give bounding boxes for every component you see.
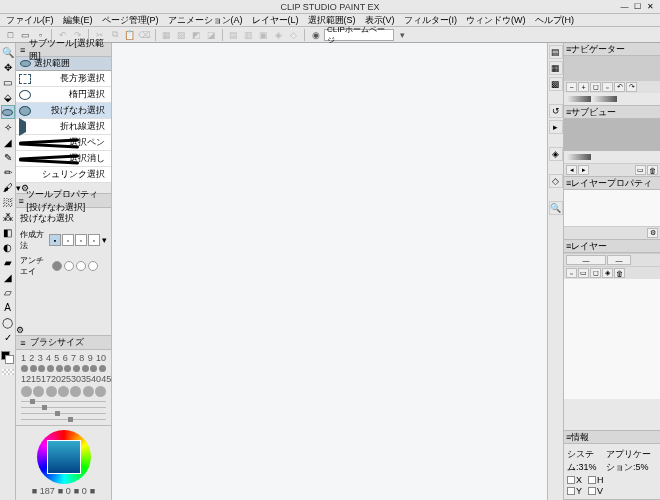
brush-preset[interactable] [82, 365, 89, 372]
subtool-item-lasso[interactable]: 投げなわ選択 [16, 103, 111, 119]
menu-window[interactable]: ウィンドウ(W) [462, 14, 530, 27]
correct-icon[interactable]: ✓ [1, 330, 15, 344]
minimize-icon[interactable]: — [619, 2, 630, 12]
mode-sub-icon[interactable]: ▫ [75, 234, 87, 246]
tp-wrench-icon[interactable]: ⚙ [16, 325, 24, 335]
item-bank-icon[interactable]: ◇ [549, 174, 563, 188]
layer-move-icon[interactable]: ⬙ [1, 90, 15, 104]
pen-icon[interactable]: ✎ [1, 150, 15, 164]
brush-preset[interactable] [64, 365, 71, 372]
gradient-icon[interactable]: ◢ [1, 270, 15, 284]
history-icon[interactable]: ↺ [549, 104, 563, 118]
brush-preset[interactable] [99, 365, 106, 372]
slider[interactable] [21, 405, 106, 410]
layer-fx-icon[interactable]: ◈ [602, 268, 613, 278]
brush-preset[interactable] [58, 386, 69, 397]
rot-slider[interactable] [593, 96, 617, 102]
delete-icon[interactable]: ⌫ [138, 28, 151, 41]
zoom-icon[interactable]: 🔍 [1, 45, 15, 59]
brush-preset[interactable] [47, 365, 54, 372]
nav-zoom-in-icon[interactable]: + [578, 82, 589, 92]
info-h-check[interactable] [588, 476, 596, 484]
balloon-icon[interactable]: ◯ [1, 315, 15, 329]
zoom-slider[interactable] [567, 96, 591, 102]
brush-preset[interactable] [33, 386, 44, 397]
navigator-view[interactable] [564, 56, 660, 80]
sv-del-icon[interactable]: 🗑 [647, 165, 658, 175]
menu-file[interactable]: ファイル(F) [2, 14, 58, 27]
brush-preset[interactable] [46, 386, 57, 397]
auto-action-icon[interactable]: ▸ [549, 120, 563, 134]
subtool-item-selectpen[interactable]: 選択ペン [16, 135, 111, 151]
snap3-icon[interactable]: ◇ [287, 28, 300, 41]
info-x-check[interactable] [567, 476, 575, 484]
subtool-item-ellipse[interactable]: 楕円選択 [16, 87, 111, 103]
clip-field[interactable]: CLIPホームページ [324, 29, 394, 41]
nav-fit-icon[interactable]: ◻ [590, 82, 601, 92]
deco-icon[interactable]: ⁂ [1, 210, 15, 224]
menu-page[interactable]: ページ管理(P) [98, 14, 163, 27]
slider[interactable] [21, 399, 106, 404]
operate-icon[interactable]: ▭ [1, 75, 15, 89]
quick-access-icon[interactable]: ▤ [549, 45, 563, 59]
menu-layer[interactable]: レイヤー(L) [248, 14, 303, 27]
clip-icon[interactable]: ◉ [309, 28, 322, 41]
blend-mode-field[interactable]: ― [566, 255, 606, 265]
brush-icon[interactable]: 🖌 [1, 180, 15, 194]
shrink-icon[interactable]: ◪ [205, 28, 218, 41]
panel-menu-icon[interactable]: ≡ [18, 45, 27, 55]
figure-icon[interactable]: ▱ [1, 285, 15, 299]
slider[interactable] [21, 417, 106, 422]
nav-zoom-out-icon[interactable]: − [566, 82, 577, 92]
nav-rot-l-icon[interactable]: ↶ [614, 82, 625, 92]
maximize-icon[interactable]: ☐ [632, 2, 643, 12]
grid-icon[interactable]: ▥ [242, 28, 255, 41]
brush-preset[interactable] [56, 365, 63, 372]
slider[interactable] [21, 411, 106, 416]
material2-icon[interactable]: ▩ [549, 77, 563, 91]
aa-none-icon[interactable] [52, 261, 62, 271]
eraser-icon[interactable]: ◧ [1, 225, 15, 239]
brush-preset[interactable] [90, 365, 97, 372]
subtool-item-rect[interactable]: 長方形選択 [16, 71, 111, 87]
subview-area[interactable] [564, 119, 660, 151]
subtool-item-polyline[interactable]: 折れ線選択 [16, 119, 111, 135]
lp-opt-icon[interactable]: ⚙ [647, 228, 658, 238]
invert-icon[interactable]: ◩ [190, 28, 203, 41]
info-y-check[interactable] [567, 487, 575, 495]
opacity-field[interactable]: ― [607, 255, 631, 265]
menu-edit[interactable]: 編集(E) [59, 14, 97, 27]
mode-new-icon[interactable]: ▪ [49, 234, 61, 246]
selection-icon[interactable] [1, 105, 15, 119]
snap2-icon[interactable]: ◈ [272, 28, 285, 41]
brush-preset[interactable] [73, 365, 80, 372]
mode-add-icon[interactable]: ▫ [62, 234, 74, 246]
brush-preset[interactable] [95, 386, 106, 397]
new-icon[interactable]: □ [4, 28, 17, 41]
layer-mask-icon[interactable]: ◻ [590, 268, 601, 278]
select-all-icon[interactable]: ▦ [160, 28, 173, 41]
layer-list[interactable] [564, 279, 660, 399]
material-icon[interactable]: ▦ [549, 61, 563, 75]
brush-preset[interactable] [30, 365, 37, 372]
blend-icon[interactable]: ◐ [1, 240, 15, 254]
eyedrop-icon[interactable]: ◢ [1, 135, 15, 149]
brush-preset[interactable] [83, 386, 94, 397]
canvas-area[interactable] [112, 43, 548, 500]
brush-preset[interactable] [21, 386, 32, 397]
subtool-item-shrink[interactable]: シュリンク選択 [16, 167, 111, 183]
snap-icon[interactable]: ▣ [257, 28, 270, 41]
ruler-icon[interactable]: ▤ [227, 28, 240, 41]
wand-icon[interactable]: ✧ [1, 120, 15, 134]
menu-help[interactable]: ヘルプ(H) [531, 14, 579, 27]
layer-trash-icon[interactable]: 🗑 [614, 268, 625, 278]
deselect-icon[interactable]: ▨ [175, 28, 188, 41]
pencil-icon[interactable]: ✏ [1, 165, 15, 179]
fill-icon[interactable]: ▰ [1, 255, 15, 269]
subview-slider[interactable] [567, 154, 591, 160]
subtool-item-selecterase[interactable]: 選択消し [16, 151, 111, 167]
copy-icon[interactable]: ⧉ [108, 28, 121, 41]
brush-preset[interactable] [70, 386, 81, 397]
panel-menu-icon[interactable]: ≡ [18, 196, 24, 206]
search-layer-icon[interactable]: 🔍 [549, 201, 563, 215]
